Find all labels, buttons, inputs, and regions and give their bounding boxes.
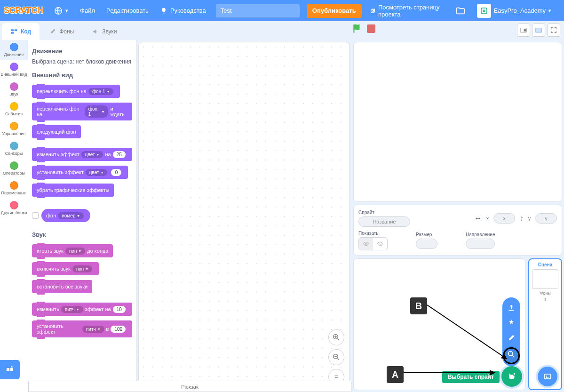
svg-point-11: [508, 352, 513, 356]
reporter-checkbox[interactable]: [32, 212, 39, 219]
svg-rect-4: [11, 32, 14, 34]
sprite-info-panel: Спрайт Название ↔ x x ↕ y y Показать: [353, 205, 562, 256]
block-start-sound[interactable]: включить звук поп▼: [32, 262, 99, 275]
large-stage-button[interactable]: [532, 24, 545, 37]
visibility-toggle[interactable]: [358, 237, 388, 250]
script-workspace[interactable]: =: [138, 42, 350, 390]
block-categories: Движение Внешний вид Звук События Управл…: [0, 40, 28, 392]
tab-sounds[interactable]: Звуки: [83, 23, 125, 40]
right-column: Спрайт Название ↔ x x ↕ y y Показать: [351, 40, 564, 392]
category-operators[interactable]: Операторы: [0, 159, 28, 178]
direction-label: Направление: [466, 232, 495, 237]
green-flag-button[interactable]: [352, 24, 362, 34]
refresh-icon: [370, 8, 375, 14]
category-events[interactable]: События: [0, 99, 28, 119]
mystuff-button[interactable]: [455, 6, 466, 16]
svg-point-18: [546, 376, 547, 377]
paint-sprite-button[interactable]: [503, 330, 520, 345]
annotation-b-arrow: [427, 300, 512, 366]
block-play-until-done[interactable]: играть звук поп▼ до конца: [32, 244, 113, 257]
upload-icon: [507, 304, 516, 312]
svg-rect-2: [11, 29, 14, 31]
sprite-name-input[interactable]: Название: [358, 216, 410, 227]
stage-header-controls: [352, 24, 375, 34]
motion-dot: [10, 43, 18, 51]
account-menu[interactable]: EasyPro_Academy ▼: [471, 0, 557, 21]
stage[interactable]: [353, 42, 562, 202]
brush-icon: [49, 28, 56, 35]
backpack-bar[interactable]: Рюкзак: [28, 381, 351, 392]
project-title-input[interactable]: [215, 4, 300, 18]
share-button[interactable]: Опубликовать: [307, 4, 362, 18]
eye-off-icon: [377, 240, 383, 247]
block-change-pitch[interactable]: изменить питч▼ эффект на 10: [32, 303, 132, 316]
show-sprite-button[interactable]: [359, 238, 373, 250]
motion-empty-msg: Выбрана сцена: нет блоков движения: [32, 58, 132, 65]
block-switch-backdrop[interactable]: переключить фон на фон 1▼: [32, 85, 120, 98]
fullscreen-button[interactable]: [547, 24, 560, 37]
backdrops-count: 1: [544, 297, 546, 302]
zoom-in-button[interactable]: [328, 329, 344, 345]
code-icon: [10, 28, 18, 35]
block-stop-sounds[interactable]: остановить все звуки: [32, 280, 92, 293]
sprite-direction-input[interactable]: [466, 239, 495, 249]
small-stage-button[interactable]: [517, 24, 530, 37]
add-sprite-button[interactable]: [501, 366, 522, 387]
y-arrow-icon: ↕: [520, 214, 524, 223]
category-motion[interactable]: Движение: [0, 40, 28, 60]
sound-icon: [92, 28, 99, 35]
stage-label: Сцена: [538, 262, 553, 267]
stage-size-controls: [517, 24, 560, 37]
upload-sprite-button[interactable]: [503, 300, 520, 315]
block-clear-effects[interactable]: убрать графические эффекты: [32, 184, 114, 197]
search-sprite-button[interactable]: [503, 346, 519, 362]
sprite-label: Спрайт: [358, 210, 410, 215]
control-dot: [10, 122, 18, 130]
block-set-effect[interactable]: установить эффект цвет▼ 0: [32, 166, 128, 179]
tab-code[interactable]: Код: [2, 23, 40, 40]
sprite-x-input[interactable]: x: [493, 213, 515, 224]
add-backdrop-button[interactable]: [538, 367, 557, 386]
block-palette[interactable]: Движение Выбрана сцена: нет блоков движе…: [28, 40, 136, 392]
block-next-backdrop[interactable]: следующий фон: [32, 125, 81, 138]
block-switch-backdrop-wait[interactable]: переключить фон на фон 1▼ и ждать: [32, 103, 132, 120]
sprite-y-input[interactable]: y: [535, 213, 557, 224]
sprite-list[interactable]: Выбрать спрайт A B: [353, 258, 525, 390]
surprise-sprite-button[interactable]: [503, 315, 520, 330]
tutorials-menu[interactable]: Руководства: [154, 0, 212, 21]
svg-rect-3: [15, 29, 17, 31]
stop-button[interactable]: [367, 24, 375, 33]
workspace-zoom-controls: =: [328, 329, 344, 385]
category-control[interactable]: Управление: [0, 119, 28, 139]
add-sprite-menu: [502, 297, 520, 366]
y-label: y: [528, 216, 531, 221]
block-change-effect[interactable]: изменить эффект цвет▼ на 25: [32, 148, 132, 161]
category-sensing[interactable]: Сенсоры: [0, 139, 28, 159]
block-backdrop-reporter[interactable]: фон номер▼: [41, 209, 90, 222]
file-menu[interactable]: Файл: [74, 0, 101, 21]
annotation-b: B: [410, 297, 427, 314]
see-project-page[interactable]: Посмотреть страницу проекта: [365, 0, 453, 21]
add-extension-button[interactable]: [0, 360, 20, 379]
xy-arrows-icon: ↔: [474, 214, 482, 223]
backdrops-label: Фоны: [540, 291, 550, 296]
language-menu[interactable]: ▼: [48, 0, 74, 21]
tab-costumes[interactable]: Фоны: [40, 23, 82, 40]
sound-heading: Звук: [32, 231, 132, 238]
looks-dot: [10, 63, 18, 71]
menubar: SCRATCH ▼ Файл Редактировать Руководства…: [0, 0, 564, 21]
edit-menu[interactable]: Редактировать: [101, 0, 154, 21]
search-icon: [507, 350, 516, 359]
category-sound[interactable]: Звук: [0, 80, 28, 99]
zoom-out-button[interactable]: [328, 349, 344, 365]
category-looks[interactable]: Внешний вид: [0, 60, 28, 80]
category-myblocks[interactable]: Другие блоки: [0, 198, 28, 218]
category-variables[interactable]: Переменные: [0, 178, 28, 198]
folder-icon: [455, 6, 466, 16]
choose-sprite-tooltip: Выбрать спрайт: [442, 371, 500, 383]
sprite-size-input[interactable]: [416, 239, 437, 249]
scratch-logo[interactable]: SCRATCH: [4, 6, 43, 16]
block-set-pitch[interactable]: установить эффект питч▼ в 100: [32, 320, 132, 337]
hide-sprite-button[interactable]: [373, 238, 387, 250]
stage-thumbnail: [532, 269, 558, 289]
